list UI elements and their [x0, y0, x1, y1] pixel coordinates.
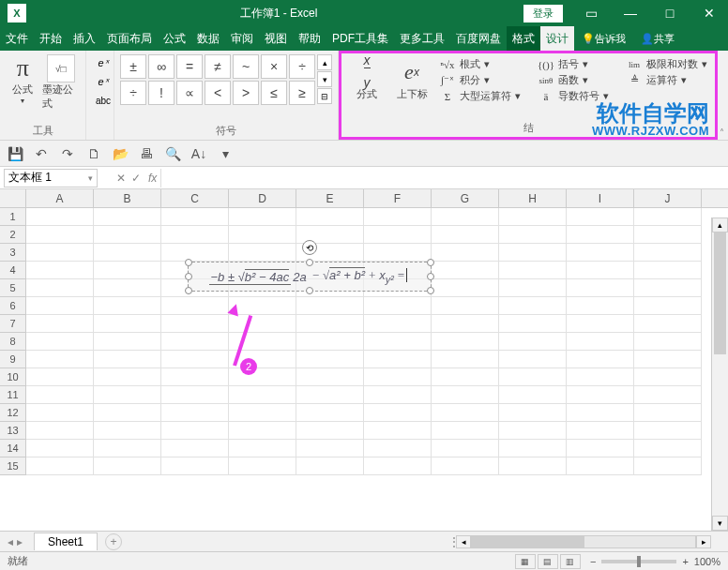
sym-tilde[interactable]: ~	[233, 54, 259, 79]
cell-H3[interactable]	[499, 244, 567, 262]
row-header-8[interactable]: 8	[0, 333, 26, 351]
minimize-button[interactable]: —	[612, 0, 649, 26]
scroll-left-icon[interactable]: ◂	[456, 535, 471, 548]
cell-B2[interactable]	[94, 226, 161, 244]
cell-H11[interactable]	[499, 386, 567, 404]
resize-handle-nw[interactable]	[185, 259, 192, 266]
cell-D11[interactable]	[229, 386, 296, 404]
col-header-B[interactable]: B	[94, 189, 161, 207]
cell-I12[interactable]	[567, 404, 634, 422]
cell-G9[interactable]	[432, 351, 499, 368]
cell-D3[interactable]	[229, 244, 296, 262]
cell-E13[interactable]	[296, 422, 364, 440]
print-icon[interactable]: 🖶	[137, 144, 156, 163]
cell-A13[interactable]	[26, 422, 94, 440]
tab-view[interactable]: 视图	[259, 26, 293, 51]
cell-F13[interactable]	[364, 422, 432, 440]
cell-H7[interactable]	[499, 315, 567, 333]
cell-A10[interactable]	[26, 368, 94, 386]
cell-F7[interactable]	[364, 315, 432, 333]
cell-G4[interactable]	[432, 262, 499, 279]
formula-bar[interactable]	[160, 169, 728, 188]
name-box[interactable]: 文本框 1 ▾	[4, 169, 98, 188]
cell-A5[interactable]	[26, 279, 94, 297]
fraction-button[interactable]: xy 分式	[349, 57, 385, 103]
horizontal-scrollbar[interactable]: ⋮ ◂ ▸	[448, 534, 711, 549]
cell-D13[interactable]	[229, 422, 296, 440]
cell-A1[interactable]	[26, 208, 94, 226]
redo-icon[interactable]: ↷	[58, 144, 77, 163]
cell-I5[interactable]	[567, 279, 634, 297]
cell-C11[interactable]	[161, 386, 229, 404]
cell-J6[interactable]	[634, 297, 702, 315]
tab-baidu[interactable]: 百度网盘	[450, 26, 507, 51]
operator-button[interactable]: ≜运算符 ▾	[626, 73, 707, 87]
collapse-ribbon-icon[interactable]: ˄	[720, 128, 724, 138]
sheet-next-icon[interactable]: ▸	[17, 535, 23, 548]
cell-E1[interactable]	[296, 208, 364, 226]
col-header-F[interactable]: F	[364, 189, 432, 207]
login-button[interactable]: 登录	[523, 5, 563, 22]
cell-G8[interactable]	[432, 333, 499, 351]
sym-eq[interactable]: =	[176, 54, 203, 79]
cell-G5[interactable]	[432, 279, 499, 297]
cell-F10[interactable]	[364, 368, 432, 386]
cell-A4[interactable]	[26, 262, 94, 279]
namebox-dropdown-icon[interactable]: ▾	[88, 173, 93, 183]
cell-G14[interactable]	[432, 440, 499, 458]
cell-F12[interactable]	[364, 404, 432, 422]
cell-I15[interactable]	[567, 458, 634, 475]
cell-J14[interactable]	[634, 440, 702, 458]
cancel-formula-icon[interactable]: ✕	[116, 172, 126, 185]
cell-F1[interactable]	[364, 208, 432, 226]
cell-A2[interactable]	[26, 226, 94, 244]
cell-J12[interactable]	[634, 404, 702, 422]
limit-button[interactable]: lim极限和对数 ▾	[626, 57, 707, 71]
row-header-9[interactable]: 9	[0, 351, 26, 368]
resize-handle-n[interactable]	[306, 259, 313, 266]
cell-H4[interactable]	[499, 262, 567, 279]
tab-design[interactable]: 设计	[540, 26, 574, 51]
cell-J10[interactable]	[634, 368, 702, 386]
cell-B11[interactable]	[94, 386, 161, 404]
cell-H14[interactable]	[499, 440, 567, 458]
cell-I10[interactable]	[567, 368, 634, 386]
preview-icon[interactable]: 🔍	[163, 144, 182, 163]
cell-A6[interactable]	[26, 297, 94, 315]
cell-E7[interactable]	[296, 315, 364, 333]
cell-J7[interactable]	[634, 315, 702, 333]
cell-B10[interactable]	[94, 368, 161, 386]
equation-content[interactable]: −b ± √b² − 4ac2a − √a² + b² + xy² =	[192, 268, 427, 285]
cell-D12[interactable]	[229, 404, 296, 422]
rotate-handle-icon[interactable]: ⟲	[302, 240, 317, 255]
cell-E11[interactable]	[296, 386, 364, 404]
scroll-up-icon[interactable]: ▴	[712, 218, 728, 232]
share-button[interactable]: 👤 共享	[633, 26, 682, 51]
add-sheet-button[interactable]: +	[105, 533, 122, 550]
new-icon[interactable]: 🗋	[84, 144, 103, 163]
row-header-3[interactable]: 3	[0, 244, 26, 262]
cell-G13[interactable]	[432, 422, 499, 440]
conv-ex2[interactable]: eˣ	[94, 73, 113, 90]
col-header-C[interactable]: C	[161, 189, 229, 207]
cell-H9[interactable]	[499, 351, 567, 368]
cell-I13[interactable]	[567, 422, 634, 440]
cell-D6[interactable]	[229, 297, 296, 315]
sym-inf[interactable]: ∞	[148, 54, 174, 79]
cell-F3[interactable]	[364, 244, 432, 262]
cell-I14[interactable]	[567, 440, 634, 458]
cell-A7[interactable]	[26, 315, 94, 333]
cell-D15[interactable]	[229, 458, 296, 475]
cell-D2[interactable]	[229, 226, 296, 244]
equation-button[interactable]: π 公式 ▾	[6, 54, 40, 111]
hscroll-thumb[interactable]	[472, 536, 584, 548]
sym-down-icon[interactable]: ▾	[317, 71, 332, 87]
cell-D9[interactable]	[229, 351, 296, 368]
cell-D10[interactable]	[229, 368, 296, 386]
col-header-E[interactable]: E	[296, 189, 364, 207]
view-layout-icon[interactable]: ▤	[538, 554, 558, 569]
sym-pm[interactable]: ±	[120, 54, 146, 79]
cell-D14[interactable]	[229, 440, 296, 458]
cell-H6[interactable]	[499, 297, 567, 315]
cell-B6[interactable]	[94, 297, 161, 315]
